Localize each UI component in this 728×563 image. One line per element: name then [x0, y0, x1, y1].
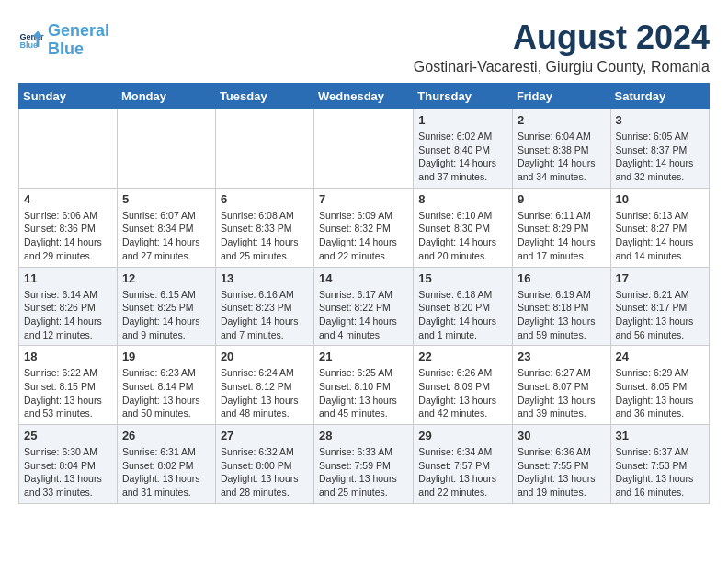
calendar-cell: 25Sunrise: 6:30 AMSunset: 8:04 PMDayligh…: [19, 425, 118, 504]
calendar-cell: 17Sunrise: 6:21 AMSunset: 8:17 PMDayligh…: [610, 267, 709, 346]
day-number: 19: [122, 350, 210, 363]
day-info: Sunrise: 6:33 AMSunset: 7:59 PMDaylight:…: [319, 445, 408, 500]
day-number: 27: [221, 429, 309, 442]
calendar-cell: 10Sunrise: 6:13 AMSunset: 8:27 PMDayligh…: [610, 188, 709, 267]
day-info: Sunrise: 6:18 AMSunset: 8:20 PMDaylight:…: [418, 288, 507, 342]
calendar-cell: 12Sunrise: 6:15 AMSunset: 8:25 PMDayligh…: [117, 267, 215, 346]
day-info: Sunrise: 6:05 AMSunset: 8:37 PMDaylight:…: [616, 130, 704, 184]
weekday-header: Sunday: [19, 84, 118, 109]
calendar-week-row: 1Sunrise: 6:02 AMSunset: 8:40 PMDaylight…: [19, 109, 710, 189]
day-number: 8: [418, 192, 507, 206]
logo-icon: General Blue: [18, 28, 44, 53]
calendar-cell: 20Sunrise: 6:24 AMSunset: 8:12 PMDayligh…: [215, 346, 313, 425]
calendar-cell: 9Sunrise: 6:11 AMSunset: 8:29 PMDaylight…: [512, 188, 610, 267]
calendar-cell: 19Sunrise: 6:23 AMSunset: 8:14 PMDayligh…: [117, 346, 215, 425]
day-info: Sunrise: 6:34 AMSunset: 7:57 PMDaylight:…: [418, 445, 507, 500]
calendar-cell: 2Sunrise: 6:04 AMSunset: 8:38 PMDaylight…: [512, 109, 610, 189]
day-info: Sunrise: 6:04 AMSunset: 8:38 PMDaylight:…: [518, 130, 606, 184]
calendar-cell: 3Sunrise: 6:05 AMSunset: 8:37 PMDaylight…: [610, 109, 709, 189]
day-info: Sunrise: 6:11 AMSunset: 8:29 PMDaylight:…: [518, 209, 606, 263]
svg-text:Blue: Blue: [19, 40, 38, 50]
day-number: 13: [221, 271, 309, 285]
day-info: Sunrise: 6:26 AMSunset: 8:09 PMDaylight:…: [418, 366, 507, 420]
day-info: Sunrise: 6:21 AMSunset: 8:17 PMDaylight:…: [616, 288, 704, 342]
day-number: 30: [518, 429, 606, 442]
logo: General Blue General Blue: [18, 22, 109, 59]
page-title: August 2024: [414, 18, 710, 57]
calendar-cell: 29Sunrise: 6:34 AMSunset: 7:57 PMDayligh…: [414, 425, 513, 504]
day-info: Sunrise: 6:06 AMSunset: 8:36 PMDaylight:…: [24, 209, 112, 263]
calendar-cell: 5Sunrise: 6:07 AMSunset: 8:34 PMDaylight…: [117, 188, 215, 267]
day-info: Sunrise: 6:25 AMSunset: 8:10 PMDaylight:…: [319, 366, 408, 420]
calendar-cell: [117, 109, 215, 189]
day-number: 6: [221, 192, 309, 206]
day-number: 20: [221, 350, 309, 363]
calendar-cell: 4Sunrise: 6:06 AMSunset: 8:36 PMDaylight…: [19, 188, 118, 267]
calendar-cell: 22Sunrise: 6:26 AMSunset: 8:09 PMDayligh…: [414, 346, 513, 425]
page-subtitle: Gostinari-Vacaresti, Giurgiu County, Rom…: [414, 59, 710, 75]
day-info: Sunrise: 6:32 AMSunset: 8:00 PMDaylight:…: [221, 445, 309, 500]
calendar-week-row: 25Sunrise: 6:30 AMSunset: 8:04 PMDayligh…: [19, 425, 710, 504]
day-info: Sunrise: 6:27 AMSunset: 8:07 PMDaylight:…: [518, 366, 606, 420]
day-info: Sunrise: 6:02 AMSunset: 8:40 PMDaylight:…: [418, 130, 507, 184]
day-number: 18: [24, 350, 112, 363]
day-info: Sunrise: 6:10 AMSunset: 8:30 PMDaylight:…: [418, 209, 507, 263]
calendar-cell: 14Sunrise: 6:17 AMSunset: 8:22 PMDayligh…: [314, 267, 414, 346]
weekday-header: Wednesday: [314, 84, 414, 109]
calendar-cell: 26Sunrise: 6:31 AMSunset: 8:02 PMDayligh…: [117, 425, 215, 504]
title-area: August 2024 Gostinari-Vacaresti, Giurgiu…: [414, 18, 710, 75]
calendar-cell: 13Sunrise: 6:16 AMSunset: 8:23 PMDayligh…: [215, 267, 313, 346]
header: General Blue General Blue August 2024 Go…: [18, 18, 710, 75]
day-info: Sunrise: 6:08 AMSunset: 8:33 PMDaylight:…: [221, 209, 309, 263]
weekday-header: Monday: [117, 84, 215, 109]
calendar-cell: 6Sunrise: 6:08 AMSunset: 8:33 PMDaylight…: [215, 188, 313, 267]
calendar-cell: 21Sunrise: 6:25 AMSunset: 8:10 PMDayligh…: [314, 346, 414, 425]
day-number: 5: [122, 192, 210, 206]
weekday-header: Friday: [512, 84, 610, 109]
day-number: 10: [616, 192, 704, 206]
day-number: 22: [418, 350, 507, 363]
day-info: Sunrise: 6:09 AMSunset: 8:32 PMDaylight:…: [319, 209, 408, 263]
calendar-cell: 24Sunrise: 6:29 AMSunset: 8:05 PMDayligh…: [610, 346, 709, 425]
day-info: Sunrise: 6:15 AMSunset: 8:25 PMDaylight:…: [122, 288, 210, 342]
day-info: Sunrise: 6:22 AMSunset: 8:15 PMDaylight:…: [24, 366, 112, 420]
day-number: 9: [518, 192, 606, 206]
calendar-cell: 11Sunrise: 6:14 AMSunset: 8:26 PMDayligh…: [19, 267, 118, 346]
logo-text: General Blue: [48, 22, 109, 59]
calendar-cell: 31Sunrise: 6:37 AMSunset: 7:53 PMDayligh…: [610, 425, 709, 504]
day-number: 7: [319, 192, 408, 206]
day-number: 17: [616, 271, 704, 285]
calendar-cell: 23Sunrise: 6:27 AMSunset: 8:07 PMDayligh…: [512, 346, 610, 425]
day-number: 3: [616, 113, 704, 127]
day-number: 26: [122, 429, 210, 442]
calendar-cell: 15Sunrise: 6:18 AMSunset: 8:20 PMDayligh…: [414, 267, 513, 346]
day-number: 12: [122, 271, 210, 285]
weekday-header: Tuesday: [215, 84, 313, 109]
logo-line1: General: [48, 21, 109, 40]
day-info: Sunrise: 6:19 AMSunset: 8:18 PMDaylight:…: [518, 288, 606, 342]
calendar-cell: 27Sunrise: 6:32 AMSunset: 8:00 PMDayligh…: [215, 425, 313, 504]
calendar-week-row: 11Sunrise: 6:14 AMSunset: 8:26 PMDayligh…: [19, 267, 710, 346]
day-number: 25: [24, 429, 112, 442]
day-info: Sunrise: 6:23 AMSunset: 8:14 PMDaylight:…: [122, 366, 210, 420]
calendar-table: SundayMondayTuesdayWednesdayThursdayFrid…: [18, 83, 710, 504]
calendar-cell: 28Sunrise: 6:33 AMSunset: 7:59 PMDayligh…: [314, 425, 414, 504]
calendar-week-row: 18Sunrise: 6:22 AMSunset: 8:15 PMDayligh…: [19, 346, 710, 425]
day-number: 24: [616, 350, 704, 363]
day-number: 11: [24, 271, 112, 285]
day-number: 29: [418, 429, 507, 442]
day-number: 16: [518, 271, 606, 285]
day-info: Sunrise: 6:24 AMSunset: 8:12 PMDaylight:…: [221, 366, 309, 420]
day-number: 2: [518, 113, 606, 127]
day-info: Sunrise: 6:37 AMSunset: 7:53 PMDaylight:…: [616, 445, 704, 500]
day-number: 4: [24, 192, 112, 206]
weekday-header-row: SundayMondayTuesdayWednesdayThursdayFrid…: [19, 84, 710, 109]
calendar-cell: 18Sunrise: 6:22 AMSunset: 8:15 PMDayligh…: [19, 346, 118, 425]
calendar-cell: [19, 109, 118, 189]
calendar-body: 1Sunrise: 6:02 AMSunset: 8:40 PMDaylight…: [19, 109, 710, 504]
day-info: Sunrise: 6:16 AMSunset: 8:23 PMDaylight:…: [221, 288, 309, 342]
day-info: Sunrise: 6:31 AMSunset: 8:02 PMDaylight:…: [122, 445, 210, 500]
logo-line2: Blue: [48, 40, 84, 58]
calendar-cell: [215, 109, 313, 189]
day-number: 21: [319, 350, 408, 363]
